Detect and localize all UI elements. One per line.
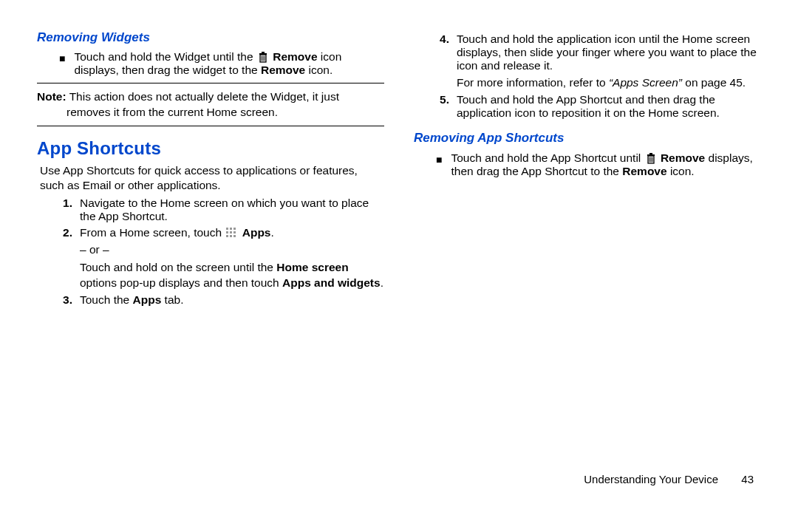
step-text: Touch and hold the App Shortcut and then… — [457, 93, 761, 120]
step-1: 1. Navigate to the Home screen on which … — [59, 197, 384, 223]
text: Touch and hold the application icon unti… — [457, 33, 757, 72]
removing-app-shortcuts-text: Touch and hold the App Shortcut until Re… — [451, 151, 761, 178]
page-body: Removing Widgets ■ Touch and hold the Wi… — [0, 0, 798, 473]
text: tab. — [161, 293, 183, 306]
text: Touch and hold on the screen until the — [80, 261, 276, 273]
remove-label: Remove — [661, 151, 705, 164]
step-text: Touch the Apps tab. — [80, 293, 183, 307]
removing-widgets-bullet: ■ Touch and hold the Widget until the Re… — [59, 50, 384, 77]
bullet-square-icon: ■ — [436, 151, 442, 178]
step-number: 3. — [59, 293, 72, 307]
remove-label-2: Remove — [622, 165, 666, 177]
text: From a Home screen, touch — [80, 226, 225, 239]
page-footer: Understanding Your Device43 — [0, 473, 798, 485]
left-column: Removing Widgets ■ Touch and hold the Wi… — [37, 30, 384, 473]
note-block: Note: This action does not actually dele… — [37, 89, 384, 120]
note-text: This action does not actually delete the… — [66, 90, 339, 103]
apps-grid-icon — [226, 228, 236, 238]
step-2-alt: Touch and hold on the screen until the H… — [80, 260, 384, 290]
bold-text: Apps — [133, 293, 162, 306]
text: Touch the — [80, 293, 133, 306]
text: on page 45. — [682, 76, 746, 89]
step-2: 2. From a Home screen, touch Apps. — [59, 226, 384, 239]
bold-text: Apps and widgets — [282, 276, 381, 289]
removing-app-shortcuts-heading: Removing App Shortcuts — [414, 130, 761, 146]
text: For more information, refer to — [457, 76, 609, 89]
step-text: Navigate to the Home screen on which you… — [80, 197, 384, 223]
text: . — [381, 276, 383, 289]
remove-label: Remove — [273, 50, 317, 63]
bullet-square-icon: ■ — [59, 50, 65, 77]
removing-widgets-text: Touch and hold the Widget until the Remo… — [74, 50, 384, 77]
text: . — [270, 226, 273, 239]
note-text-2: removes it from the current Home screen. — [66, 105, 384, 120]
apps-label: Apps — [242, 226, 271, 239]
app-shortcuts-intro: Use App Shortcuts for quick access to ap… — [40, 163, 384, 194]
trash-icon — [258, 51, 268, 63]
note-label: Note: — [37, 90, 66, 103]
svg-rect-1 — [262, 52, 265, 53]
reference-title: “Apps Screen” — [609, 76, 682, 89]
text: icon. — [305, 64, 332, 76]
step-text: Touch and hold the application icon unti… — [457, 33, 761, 72]
step-4: 4. Touch and hold the application icon u… — [436, 33, 761, 72]
step-number: 4. — [436, 33, 449, 72]
footer-section-title: Understanding Your Device — [584, 473, 718, 485]
or-separator: – or – — [80, 242, 384, 257]
step-5: 5. Touch and hold the App Shortcut and t… — [436, 93, 761, 120]
app-shortcuts-heading: App Shortcuts — [37, 137, 384, 160]
page-number: 43 — [732, 473, 754, 485]
text: icon. — [667, 165, 695, 177]
bold-text: Home screen — [276, 261, 348, 273]
text: options pop-up displays and then touch — [80, 276, 282, 289]
step-text: From a Home screen, touch Apps. — [80, 226, 274, 239]
step-3: 3. Touch the Apps tab. — [59, 293, 384, 307]
svg-rect-7 — [649, 153, 652, 154]
divider — [37, 126, 384, 126]
divider — [37, 83, 384, 83]
text: Touch and hold the App Shortcut until — [451, 151, 644, 164]
right-column: 4. Touch and hold the application icon u… — [414, 30, 761, 473]
step-number: 2. — [59, 226, 72, 239]
remove-label-2: Remove — [261, 64, 305, 76]
removing-app-shortcuts-bullet: ■ Touch and hold the App Shortcut until … — [436, 151, 761, 178]
trash-icon — [646, 152, 656, 164]
step-number: 1. — [59, 197, 72, 223]
text: Touch and hold the Widget until the — [74, 50, 256, 63]
removing-widgets-heading: Removing Widgets — [37, 30, 384, 46]
step-4-more-info: For more information, refer to “Apps Scr… — [457, 75, 761, 90]
step-number: 5. — [436, 93, 449, 120]
